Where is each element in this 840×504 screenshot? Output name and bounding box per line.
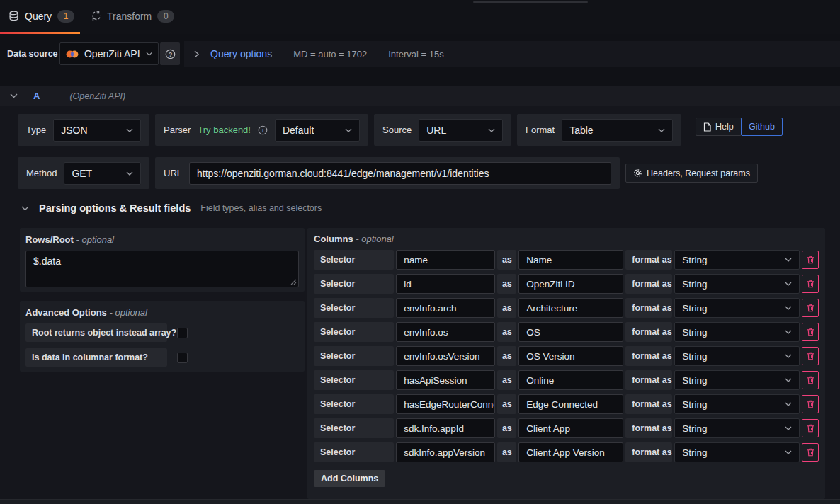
max-data-points-value: MD = auto = 1702 — [293, 49, 367, 59]
parser-select[interactable]: Default — [275, 119, 360, 142]
advanced-option-row: Is data in columnar format? — [25, 348, 299, 367]
column-row: Selector sdk.Info.appId as Client App fo… — [314, 418, 819, 438]
pane-drag-handle[interactable] — [473, 1, 588, 3]
column-format-select[interactable]: String — [674, 298, 800, 318]
rows-root-panel: Rows/Root - optional $.data — [20, 228, 305, 292]
delete-column-button[interactable] — [802, 251, 819, 269]
column-format-select[interactable]: String — [674, 442, 800, 462]
as-chip-label: as — [497, 322, 516, 342]
delete-column-button[interactable] — [802, 323, 819, 341]
delete-column-button[interactable] — [802, 275, 819, 293]
source-select[interactable]: URL — [419, 119, 503, 142]
alias-input[interactable]: Name — [518, 250, 623, 270]
chevron-down-icon — [126, 128, 133, 132]
alias-input[interactable]: OS — [518, 322, 623, 342]
column-format-select[interactable]: String — [674, 250, 800, 270]
delete-column-button[interactable] — [802, 347, 819, 365]
selector-input[interactable]: id — [396, 274, 495, 294]
datasource-picker[interactable]: OpenZiti API — [59, 42, 159, 65]
chevron-down-icon — [146, 52, 152, 56]
help-button[interactable]: Help — [696, 118, 742, 136]
selector-input[interactable]: sdk.Info.appId — [396, 418, 495, 438]
query-ref-id[interactable]: A — [33, 91, 40, 101]
column-format-select[interactable]: String — [674, 418, 800, 438]
delete-column-button[interactable] — [802, 443, 819, 462]
column-format-value: String — [682, 351, 707, 362]
selector-input[interactable]: envInfo.osVersion — [396, 346, 495, 366]
type-select[interactable]: JSON — [53, 119, 141, 142]
alias-input[interactable]: Architecture — [518, 298, 623, 318]
delete-column-button[interactable] — [802, 371, 819, 389]
alias-input[interactable]: Online — [518, 370, 623, 390]
column-format-value: String — [682, 255, 707, 265]
advanced-option-checkbox[interactable] — [177, 328, 188, 338]
selector-input[interactable]: hasEdgeRouterConne — [396, 394, 495, 414]
selector-input[interactable]: name — [396, 250, 495, 270]
column-format-select[interactable]: String — [674, 346, 800, 366]
delete-column-button[interactable] — [802, 395, 819, 413]
columns-list: Selector name as Name format as String S… — [314, 250, 819, 462]
interval-value: Interval = 15s — [388, 49, 443, 59]
advanced-options-label: Advanced Options - optional — [25, 307, 299, 318]
parser-select-value: Default — [283, 125, 314, 136]
format-select-value: Table — [569, 125, 593, 136]
alias-input[interactable]: Edge Connected — [518, 394, 623, 414]
format-select[interactable]: Table — [562, 119, 673, 142]
rows-root-label: Rows/Root - optional — [25, 234, 299, 245]
advanced-options-panel: Advanced Options - optional Root returns… — [20, 301, 305, 372]
as-chip-label: as — [497, 442, 516, 462]
openziti-datasource-logo-icon — [66, 50, 79, 59]
rows-root-value: $.data — [33, 256, 61, 267]
format-as-chip-label: format as — [625, 298, 672, 318]
column-format-select[interactable]: String — [674, 274, 800, 294]
delete-column-button[interactable] — [802, 299, 819, 317]
method-label: Method — [26, 168, 57, 178]
tab-transform[interactable]: Transform 0 — [82, 0, 183, 32]
selector-input[interactable]: envInfo.os — [396, 322, 495, 342]
alias-input[interactable]: OS Version — [518, 346, 623, 366]
alias-input[interactable]: Client App Version — [518, 442, 623, 462]
selector-input[interactable]: hasApiSession — [396, 370, 495, 390]
headers-request-params-button[interactable]: Headers, Request params — [625, 164, 758, 183]
trash-icon — [807, 448, 815, 457]
chevron-down-icon — [785, 378, 792, 382]
url-field-group: URL https://openziti.gorman.cloud:8441/e… — [155, 157, 620, 189]
format-as-chip-label: format as — [625, 394, 672, 414]
column-format-select[interactable]: String — [674, 322, 800, 342]
url-input[interactable]: https://openziti.gorman.cloud:8441/edge/… — [189, 162, 611, 185]
query-ref-header[interactable]: A (OpenZiti API) — [0, 86, 840, 106]
datasource-row: Data source OpenZiti API ? Query options… — [0, 40, 840, 68]
advanced-option-label: Root returns object instead array? — [25, 323, 167, 342]
chevron-down-icon — [658, 128, 665, 132]
github-button[interactable]: Github — [741, 118, 783, 136]
column-format-select[interactable]: String — [674, 370, 800, 390]
format-as-chip-label: format as — [625, 250, 672, 270]
advanced-options-label-text: Advanced Options — [25, 307, 107, 318]
datasource-help-button[interactable]: ? — [160, 42, 180, 65]
resize-grip-icon[interactable] — [290, 279, 297, 285]
add-columns-button[interactable]: Add Columns — [314, 470, 385, 487]
alias-input[interactable]: Client App — [518, 418, 623, 438]
advanced-option-checkbox[interactable] — [177, 353, 188, 363]
trash-icon — [807, 280, 815, 288]
method-field-group: Method GET — [18, 157, 149, 189]
selector-chip-label: Selector — [314, 274, 394, 294]
method-select[interactable]: GET — [64, 162, 141, 185]
format-as-chip-label: format as — [625, 346, 672, 366]
selector-input[interactable]: envInfo.arch — [396, 298, 495, 318]
parsing-options-header[interactable]: Parsing options & Result fields Field ty… — [21, 202, 322, 214]
selector-chip-label: Selector — [314, 250, 394, 270]
alias-input[interactable]: OpenZiti ID — [518, 274, 623, 294]
column-row: Selector envInfo.arch as Architecture fo… — [314, 298, 819, 318]
delete-column-button[interactable] — [802, 419, 819, 437]
format-label: Format — [526, 125, 555, 135]
rows-root-textarea[interactable]: $.data — [25, 251, 299, 287]
column-format-select[interactable]: String — [674, 394, 800, 414]
format-as-chip-label: format as — [625, 442, 672, 462]
as-chip-label: as — [497, 394, 516, 414]
selector-input[interactable]: sdkInfo.appVersion — [396, 442, 495, 462]
query-options-toggle[interactable]: Query options — [210, 48, 272, 59]
format-field-group: Format Table — [517, 114, 681, 146]
query-datasource-hint: (OpenZiti API) — [69, 91, 125, 101]
tab-query[interactable]: Query 1 — [0, 0, 83, 32]
